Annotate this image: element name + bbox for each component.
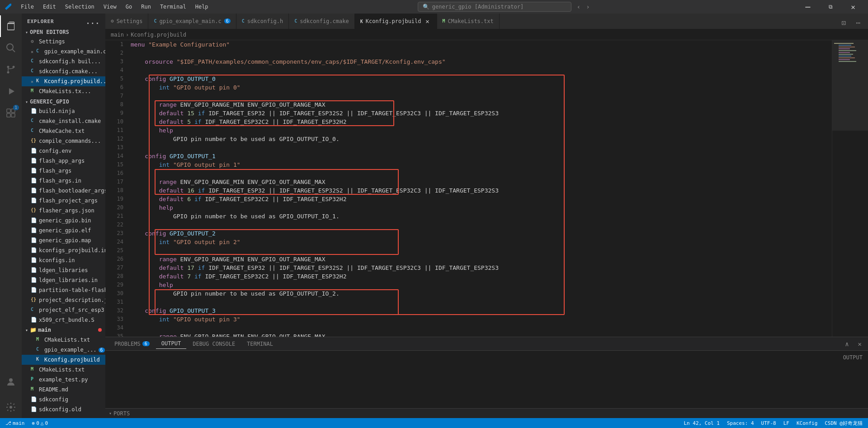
si-generic-gpio-elf[interactable]: 📄 generic_gpio.elf [22,226,105,235]
si-main-gpio[interactable]: C gpio_example_... 6 [22,345,105,355]
breadcrumb-main[interactable]: main [111,32,124,38]
tab-sdkconfig-h[interactable]: C sdkconfig.h [236,14,289,29]
sidebar-item-sdkconfig-h[interactable]: C sdkconfig.h buil... [22,56,105,66]
activity-search[interactable] [0,37,22,59]
status-spaces[interactable]: Spaces: 4 [725,418,756,428]
si-compile-commands[interactable]: {} compile_commands... [22,136,105,146]
si-build-ninja[interactable]: 📄 build.ninja [22,106,105,116]
forward-arrow[interactable]: › [584,2,591,11]
sidebar-item-sdkconfig-cmake[interactable]: C sdkconfig.cmake... [22,66,105,76]
restore-button[interactable]: ⧉ [820,0,841,14]
tab-sdkconfig-cmake[interactable]: C sdkconfig.cmake [289,14,354,29]
si-flasher-json[interactable]: {} flasher_args.json [22,206,105,216]
menu-go[interactable]: Go [122,3,136,11]
panel-close-btn[interactable]: ✕ [855,339,864,348]
code-line-33: int "GPIO output pin 3" [131,315,832,324]
si-cmake-install[interactable]: C cmake_install.cmake [22,116,105,126]
status-ln-col[interactable]: Ln 42, Col 1 [682,418,721,428]
si-generic-gpio-map[interactable]: 📄 generic_gpio.map [22,235,105,245]
status-eol[interactable]: LF [782,418,791,428]
panel-tab-output[interactable]: OUTPUT [156,339,186,349]
si-project-desc[interactable]: {} project_description.j... [22,295,105,305]
menu-file[interactable]: File [17,3,38,11]
split-editor-btn[interactable]: ⊡ [837,16,850,29]
c-icon-maingpio: C [36,347,42,353]
activity-source-control[interactable] [0,59,22,80]
si-flash-bootloader[interactable]: 📄 flash_bootloader_args [22,186,105,196]
file-icon-configenv: 📄 [31,148,37,154]
code-line-30: GPIO pin number to be used as GPIO_OUTPU… [131,289,832,298]
si-kconfigs-in[interactable]: 📄 kconfigs.in [22,255,105,265]
editor-main: 1 2 3 4 5 6 7 8 9 10 11 12 13 14 15 16 1 [105,40,868,337]
si-generic-gpio-bin[interactable]: 📄 generic_gpio.bin [22,216,105,226]
panel-tab-debug-console[interactable]: DEBUG CONSOLE [187,339,241,349]
activity-debug[interactable] [0,80,22,102]
activity-accounts[interactable] [0,371,22,393]
activity-extensions[interactable]: 1 [0,102,22,124]
panel-maximize-btn[interactable]: ∧ [842,339,851,348]
si-main-cmakelists[interactable]: M CMakeLists.txt [22,335,105,345]
file-icon-flashproj: 📄 [31,198,37,204]
activity-explorer[interactable] [0,15,22,37]
sidebar-item-gpio-main[interactable]: ✕ C gpio_example_main.c 6 [22,47,105,56]
si-sdkconfig[interactable]: 📄 sdkconfig [22,395,105,404]
sidebar-item-cmakelists[interactable]: M CMakeLists.tx... [22,86,105,96]
code-editor[interactable]: 1 2 3 4 5 6 7 8 9 10 11 12 13 14 15 16 1 [105,40,868,337]
sidebar-item-settings[interactable]: ⚙ Settings [22,37,105,47]
panel-tab-terminal[interactable]: TERMINAL [241,339,278,349]
status-errors[interactable]: ⊗ 0 △ 0 [30,418,50,428]
si-flash-project[interactable]: 📄 flash_project_args [22,196,105,206]
si-cmake-cache[interactable]: C CMakeCache.txt [22,126,105,136]
si-readme[interactable]: M README.md [22,385,105,395]
status-encoding[interactable]: UTF-8 [760,418,778,428]
si-example-test[interactable]: P example_test.py [22,375,105,385]
si-kconfigs-proj[interactable]: 📄 kconfigs_projbuild.in [22,245,105,255]
si-x509[interactable]: 📄 x509_crt_bundle.S [22,315,105,325]
activity-settings[interactable] [0,396,22,418]
si-ldgen-libs[interactable]: 📄 ldgen_libraries [22,265,105,275]
status-left: ⎇ main ⊗ 0 △ 0 [4,418,50,428]
status-language[interactable]: KConfig [795,418,819,428]
svg-marker-6 [9,88,14,94]
minimize-button[interactable]: ─ [797,0,818,14]
code-content[interactable]: menu "Example Configuration" orsource "$… [127,40,832,337]
menu-run[interactable]: Run [137,3,155,11]
si-main-kconfig[interactable]: K Kconfig.projbuild [22,355,105,365]
breadcrumb-file[interactable]: Kconfig.projbuild [131,32,186,38]
panel-tab-problems[interactable]: PROBLEMS 6 [109,339,155,349]
tab-settings[interactable]: ⚙ Settings [105,14,148,29]
sidebar-item-kconfig[interactable]: ✕ K Kconfig.projbuild... [22,76,105,86]
menu-help[interactable]: Help [192,3,212,11]
menu-edit[interactable]: Edit [39,3,60,11]
si-sdkconfig-old[interactable]: 📄 sdkconfig.old [22,404,105,414]
search-bar[interactable]: 🔍 generic_gpio [Administrator] [418,2,571,12]
generic-gpio-header[interactable]: ▾ GENERIC_GPIO [22,97,105,106]
title-bar-left: File Edit Selection View Go Run Terminal… [5,3,212,11]
tab-gpio-main[interactable]: C gpio_example_main.c 6 [148,14,236,29]
back-arrow[interactable]: ‹ [575,2,582,11]
si-main-folder[interactable]: ▾ 📁 main [22,325,105,335]
search-icon: 🔍 [423,4,429,10]
si-cmakelists2[interactable]: M CMakeLists.txt [22,365,105,375]
menu-terminal[interactable]: Terminal [156,3,190,11]
si-project-elf[interactable]: C project_elf_src_esp3... [22,305,105,315]
status-branch[interactable]: ⎇ main [4,418,27,428]
si-ldgen-libs-in[interactable]: 📄 ldgen_libraries.in [22,275,105,285]
si-flash-args[interactable]: 📄 flash_args [22,166,105,176]
tab-cmakelists[interactable]: M CMakeLists.txt [437,14,500,29]
si-config-env[interactable]: 📄 config.env [22,146,105,156]
minimap [832,40,868,337]
tab-kconfig[interactable]: K Kconfig.projbuild ✕ [355,14,437,29]
kconfig-tab-close[interactable]: ✕ [424,18,431,25]
open-editors-header[interactable]: ▾ OPEN EDITORS [22,28,105,37]
status-csdn[interactable]: CSDN @好奇龙猫 [823,418,864,428]
menu-view[interactable]: View [100,3,120,11]
si-flash-args-in[interactable]: 📄 flash_args.in [22,176,105,186]
svg-point-12 [9,406,12,409]
si-flash-app-args[interactable]: 📄 flash_app_args [22,156,105,166]
more-tabs-btn[interactable]: ⋯ [852,16,864,29]
close-button[interactable]: ✕ [843,0,863,14]
sidebar-more-btn[interactable]: ... [86,17,100,26]
si-partition-table[interactable]: 📄 partition-table-flash... [22,285,105,295]
menu-selection[interactable]: Selection [61,3,98,11]
